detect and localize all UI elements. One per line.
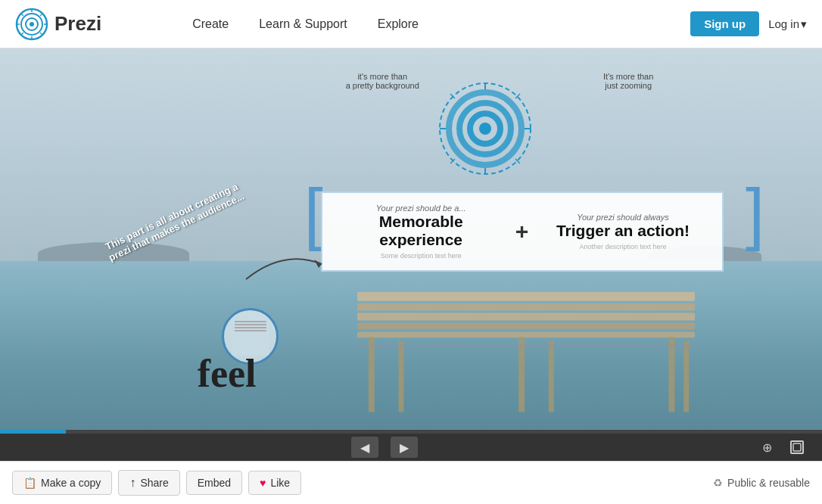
plus-separator: +: [515, 219, 529, 244]
prezi-viewer[interactable]: it's more than a pretty background It's …: [0, 48, 822, 434]
svg-rect-12: [357, 292, 695, 301]
header: Prezi Create Learn & Support Explore Sig…: [0, 0, 822, 48]
svg-point-28: [479, 123, 491, 135]
bracket-right: ]: [746, 179, 764, 247]
memorable-subtitle: Your prezi should be a...: [336, 204, 506, 213]
top-label-left: it's more than a pretty background: [337, 72, 428, 90]
svg-rect-13: [357, 303, 695, 311]
next-button[interactable]: ▶: [391, 437, 418, 458]
svg-rect-14: [357, 313, 695, 321]
memorable-title: Memorable experience: [336, 213, 506, 249]
svg-line-9: [40, 14, 42, 16]
svg-rect-22: [683, 341, 689, 412]
login-button[interactable]: Log in ▾: [768, 17, 807, 31]
header-actions: Sign up Log in ▾: [690, 11, 807, 36]
main-content: it's more than a pretty background It's …: [0, 48, 822, 504]
zoom-button[interactable]: ⊕: [756, 437, 778, 458]
trigger-title: Trigger an action!: [537, 222, 708, 240]
svg-line-10: [21, 33, 23, 35]
like-icon: ♥: [260, 477, 266, 489]
action-bar: 📋 Make a copy ↑ Share Embed ♥ Like ♻ Pub…: [0, 461, 822, 504]
svg-rect-20: [549, 341, 554, 412]
prev-button[interactable]: ◀: [351, 437, 378, 458]
prezi-circle-element: [436, 79, 534, 178]
content-box: Your prezi should be a... Memorable expe…: [321, 191, 724, 272]
signup-button[interactable]: Sign up: [690, 11, 759, 36]
public-label: Public & reusable: [727, 477, 810, 489]
login-dropdown-arrow: ▾: [801, 17, 807, 31]
like-label: Like: [270, 477, 290, 489]
main-nav: Create Learn & Support Explore: [192, 17, 690, 31]
fullscreen-button[interactable]: [784, 437, 810, 457]
controls-right: ⊕: [756, 437, 810, 458]
nav-create[interactable]: Create: [192, 17, 229, 31]
svg-rect-17: [369, 337, 375, 412]
svg-rect-39: [793, 443, 801, 451]
memorable-section: Your prezi should be a... Memorable expe…: [336, 204, 506, 260]
nav-learn-support[interactable]: Learn & Support: [259, 17, 347, 31]
logo-text: Prezi: [54, 12, 101, 36]
make-copy-icon: 📋: [23, 477, 36, 489]
svg-rect-15: [357, 323, 695, 330]
share-button[interactable]: ↑ Share: [118, 470, 179, 496]
make-copy-button[interactable]: 📋 Make a copy: [12, 471, 112, 495]
top-label-right: It's more than just zooming: [575, 72, 681, 90]
svg-rect-21: [668, 337, 674, 412]
embed-label: Embed: [198, 477, 231, 489]
circle-inner: [232, 318, 269, 356]
logo-link[interactable]: Prezi: [15, 8, 101, 41]
make-copy-label: Make a copy: [41, 477, 101, 489]
controls-bar: ◀ ▶ ⊕: [0, 434, 822, 461]
public-badge: ♻ Public & reusable: [713, 477, 810, 489]
svg-rect-16: [357, 331, 695, 338]
svg-rect-18: [398, 341, 403, 412]
trigger-section: Your prezi should always Trigger an acti…: [537, 213, 708, 250]
svg-line-8: [21, 14, 23, 16]
embed-button[interactable]: Embed: [186, 471, 242, 495]
svg-rect-19: [518, 337, 525, 412]
svg-rect-23: [357, 344, 695, 348]
like-button[interactable]: ♥ Like: [248, 471, 301, 495]
controls-center: ◀ ▶: [351, 437, 418, 458]
share-icon: ↑: [129, 476, 135, 490]
login-label: Log in: [768, 17, 799, 30]
svg-point-3: [30, 22, 34, 26]
svg-marker-37: [314, 260, 322, 268]
memorable-desc: Some description text here: [336, 252, 506, 260]
public-icon: ♻: [713, 477, 723, 489]
dock-element: [353, 277, 699, 415]
nav-explore[interactable]: Explore: [378, 17, 419, 31]
svg-line-11: [40, 33, 42, 35]
trigger-subtitle: Your prezi should always: [537, 213, 708, 222]
feel-text: feel: [198, 351, 257, 396]
share-label: Share: [140, 477, 168, 489]
prezi-logo-icon: [15, 8, 48, 41]
arrow-element: [238, 241, 329, 287]
trigger-desc: Another description text here: [537, 243, 708, 250]
